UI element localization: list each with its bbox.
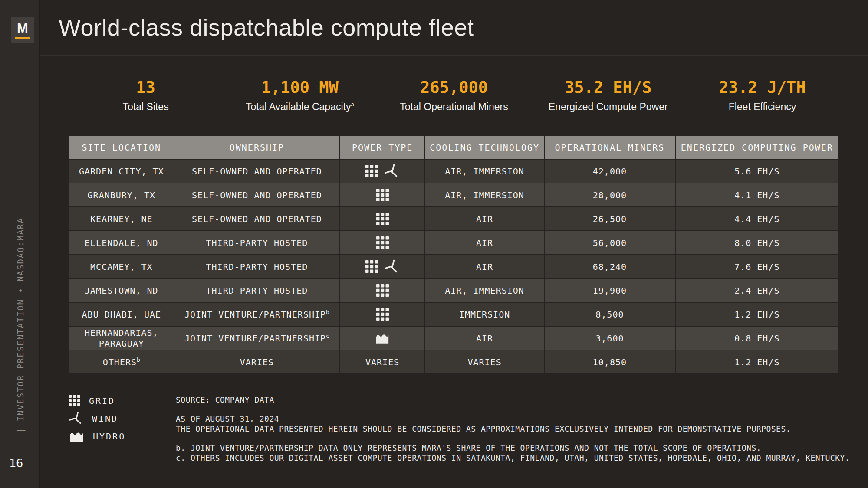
operational-miners: 19,900 [545,279,675,302]
energized-computing-power: 4.1 EH/S [676,183,838,206]
sidebar-tagline: | INVESTOR PRESENTATION • NASDAQ:MARA [16,217,25,433]
footnote-c: c. OTHERS INCLUDES OUR DIGITAL ASSET COM… [176,453,853,463]
power-type-legend: GRID WIND HYDRO [69,392,125,445]
power-type [340,183,424,206]
cooling-technology: VARIES [425,350,544,373]
operational-miners: 10,850 [545,350,675,373]
cooling-technology: AIR, IMMERSION [425,183,544,206]
page-title: World-class dispatchable compute fleet [59,14,474,41]
disclaimer-note: THE OPERATIONAL DATA PRESENTED HEREIN SH… [176,424,853,434]
footnote-marker: b [137,357,140,363]
col-operational-miners: OPERATIONAL MINERS [545,136,675,159]
kpi-value: 13 [69,78,223,97]
table-row-others: OTHERSb VARIES VARIES VARIES 10,850 1.2 … [69,350,838,373]
footnote-marker: c [326,333,329,339]
wind-icon [69,411,83,426]
kpi-value: 23.2 J/TH [685,78,839,97]
power-type [340,231,424,254]
kpi-total-miners: 265,000 Total Operational Miners [377,78,531,113]
grid-icon [376,213,389,225]
legend-label: WIND [92,413,118,424]
cooling-technology: AIR, IMMERSION [425,160,544,183]
power-type [340,160,424,183]
kpi-value: 35.2 EH/S [531,78,685,97]
kpi-label: Fleet Efficiency [685,101,839,113]
kpi-total-capacity: 1,100 MW Total Available Capacitya [223,78,377,113]
legend-item-wind: WIND [69,409,125,427]
table-row-garden-city: GARDEN CITY, TX SELF-OWNED AND OPERATED … [69,160,838,183]
as-of-note: AS OF AUGUST 31, 2024 [176,414,853,424]
energized-computing-power: 5.6 EH/S [676,160,838,183]
kpi-fleet-efficiency: 23.2 J/TH Fleet Efficiency [685,78,839,113]
wind-icon [384,164,400,179]
cooling-technology: IMMERSION [425,303,544,326]
kpi-total-sites: 13 Total Sites [69,78,223,113]
kpi-label: Total Operational Miners [377,101,531,113]
legend-item-hydro: HYDRO [69,427,125,445]
site-location: JAMESTOWN, ND [69,279,174,302]
legend-label: HYDRO [93,431,125,442]
ownership: SELF-OWNED AND OPERATED [174,160,340,183]
col-ownership: OWNERSHIP [174,136,340,159]
hydro-icon [69,430,84,443]
legend-label: GRID [89,396,115,406]
site-location: ELLENDALE, ND [69,231,174,254]
energized-computing-power: 1.2 EH/S [676,303,838,326]
logo-underline [15,37,30,39]
grid-icon [376,236,389,249]
operational-miners: 68,240 [545,255,675,278]
kpi-label: Total Sites [69,101,223,113]
sidebar: M | INVESTOR PRESENTATION • NASDAQ:MARA … [0,0,40,488]
footnote-b: b. JOINT VENTURE/PARTNERSHIP DATA ONLY R… [176,443,853,453]
site-location: MCCAMEY, TX [69,255,174,278]
power-type [340,303,424,326]
kpi-label: Total Available Capacitya [223,101,377,113]
site-location: HERNANDARIAS,PARAGUAY [69,327,174,350]
slide: M | INVESTOR PRESENTATION • NASDAQ:MARA … [0,0,868,488]
col-energized-computing-power: ENERGIZED COMPUTING POWER [676,136,838,159]
ownership: SELF-OWNED AND OPERATED [174,183,340,206]
power-type [340,327,424,350]
ownership: THIRD-PARTY HOSTED [174,255,340,278]
kpi-label: Energized Compute Power [531,101,685,113]
fleet-table: SITE LOCATION OWNERSHIP POWER TYPE COOLI… [69,135,839,374]
energized-computing-power: 7.6 EH/S [676,255,838,278]
site-location: GRANBURY, TX [69,183,174,206]
cooling-technology: AIR [425,231,544,254]
power-type: VARIES [340,350,424,373]
table-row-kearney: KEARNEY, NE SELF-OWNED AND OPERATED AIR … [69,207,838,230]
grid-icon [365,260,378,273]
kpi-compute-power: 35.2 EH/S Energized Compute Power [531,78,685,113]
energized-computing-power: 0.8 EH/S [676,327,838,350]
ownership: THIRD-PARTY HOSTED [174,231,340,254]
footnotes: SOURCE: COMPANY DATA AS OF AUGUST 31, 20… [176,395,853,463]
grid-icon [376,189,389,201]
source-note: SOURCE: COMPANY DATA [176,395,853,405]
grid-icon [376,284,389,297]
table-row-ellendale: ELLENDALE, ND THIRD-PARTY HOSTED AIR 56,… [69,231,838,254]
footnote-marker: b [326,309,329,315]
power-type [340,279,424,302]
ownership: SELF-OWNED AND OPERATED [174,207,340,230]
site-location: KEARNEY, NE [69,207,174,230]
mara-logo: M [11,17,34,43]
operational-miners: 42,000 [545,160,675,183]
table-row-mccamey: MCCAMEY, TX THIRD-PARTY HOSTED AIR 68,24… [69,255,838,278]
ownership: JOINT VENTURE/PARTNERSHIPb [174,303,340,326]
cooling-technology: AIR [425,207,544,230]
site-location: OTHERSb [69,350,174,373]
grid-icon [376,308,389,321]
operational-miners: 3,600 [545,327,675,350]
ownership: JOINT VENTURE/PARTNERSHIPc [174,327,340,350]
operational-miners: 8,500 [545,303,675,326]
power-type [340,207,424,230]
site-location: ABU DHABI, UAE [69,303,174,326]
energized-computing-power: 4.4 EH/S [676,207,838,230]
legend-item-grid: GRID [69,392,125,409]
table-row-jamestown: JAMESTOWN, ND THIRD-PARTY HOSTED AIR, IM… [69,279,838,302]
ownership: VARIES [174,350,340,373]
wind-icon [384,259,400,275]
ownership: THIRD-PARTY HOSTED [174,279,340,302]
col-cooling-technology: COOLING TECHNOLOGY [425,136,544,159]
energized-computing-power: 2.4 EH/S [676,279,838,302]
